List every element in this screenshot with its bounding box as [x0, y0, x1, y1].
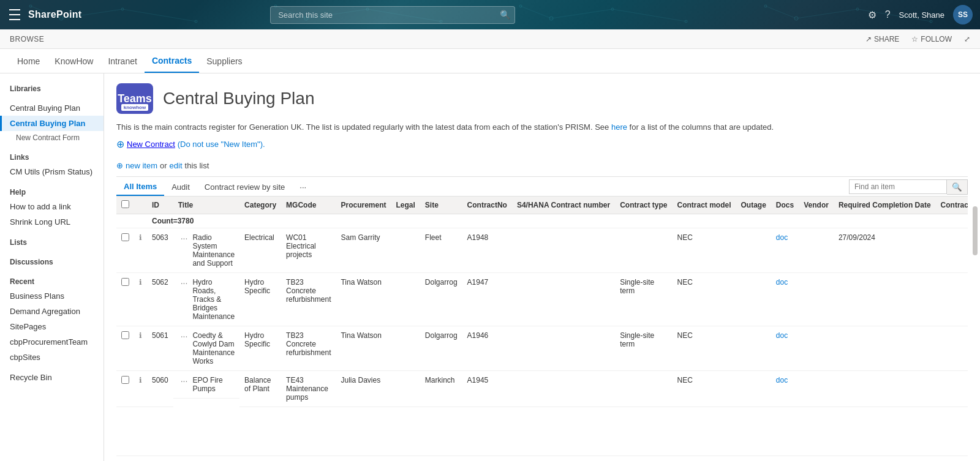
sidebar-item-shrink-url[interactable]: Shrink Long URL: [0, 214, 104, 230]
sidebar-item-business-plans[interactable]: Business Plans: [0, 288, 104, 304]
row-id: 5062: [147, 273, 173, 326]
search-input[interactable]: [270, 6, 515, 24]
nav-knowhow[interactable]: KnowHow: [47, 49, 100, 73]
col-id[interactable]: ID: [147, 197, 173, 214]
row-title: Radio System Maintenance and Support: [192, 233, 235, 268]
waffle-menu[interactable]: [7, 7, 22, 22]
nav-intranet[interactable]: Intranet: [100, 49, 144, 73]
table-row: ℹ 5063 ··· Radio System Maintenance and …: [116, 228, 968, 273]
row-contractno: A1944: [462, 456, 512, 462]
sidebar-item-cbp-procurement[interactable]: cbpProcurementTeam: [0, 334, 104, 350]
sidebar-section-help: Help How to add a link Shrink Long URL: [0, 184, 104, 230]
sidebar-item-cbp-sites[interactable]: cbpSites: [0, 350, 104, 365]
sidebar-item-site-pages[interactable]: SitePages: [0, 319, 104, 334]
new-contract-link[interactable]: New Contract: [127, 140, 175, 149]
table-row: ℹ 5062 ··· Hydro Roads, Tracks & Bridges…: [116, 273, 968, 326]
ellipsis-button[interactable]: ···: [178, 376, 190, 393]
row-checkbox[interactable]: [116, 228, 134, 273]
sidebar-item-central-buying-plan-active[interactable]: Central Buying Plan: [0, 116, 104, 131]
list-toolbar-row: ⊕ new item or edit this list: [116, 157, 968, 177]
row-docs[interactable]: doc: [771, 456, 799, 462]
col-title[interactable]: Title: [173, 197, 239, 214]
row-options[interactable]: ··· Radio System Maintenance and Support: [173, 228, 239, 273]
nav-suppliers[interactable]: Suppliers: [199, 49, 249, 73]
new-contract-button[interactable]: ⊕ New Contract (Do not use "New Item").: [116, 138, 265, 150]
col-category[interactable]: Category: [239, 197, 281, 214]
scrollbar[interactable]: [973, 206, 978, 255]
doc-link[interactable]: doc: [776, 278, 788, 287]
sidebar-item-central-buying-plan[interactable]: Central Buying Plan: [0, 100, 104, 116]
row-checkbox[interactable]: [116, 456, 134, 462]
fullscreen-button[interactable]: ⤢: [964, 35, 970, 43]
row-site: Great Yarmouth: [420, 456, 462, 462]
col-site[interactable]: Site: [420, 197, 462, 214]
sidebar-item-cm-utils[interactable]: CM Utils (Prism Status): [0, 164, 104, 179]
col-contract-start[interactable]: Contract Start: [936, 197, 968, 214]
doc-link[interactable]: doc: [776, 233, 788, 242]
sidebar-item-recycle-bin[interactable]: Recycle Bin: [0, 370, 104, 385]
nav-home[interactable]: Home: [10, 49, 47, 73]
ellipsis-button[interactable]: ···: [178, 331, 190, 365]
row-docs[interactable]: doc: [771, 273, 799, 326]
row-procurement: Julia Davies: [336, 456, 391, 462]
find-item-input[interactable]: [849, 179, 947, 194]
row-checkbox[interactable]: [116, 273, 134, 326]
knowhow-badge: knowhow: [121, 104, 148, 111]
ellipsis-button[interactable]: ···: [178, 233, 190, 243]
share-button[interactable]: ↗ SHARE: [865, 35, 899, 43]
row-title-cell: ··· Coedty & Cowlyd Dam Maintenance Work…: [173, 326, 239, 371]
row-contractno: A1945: [462, 371, 512, 407]
row-vendor: [799, 371, 834, 407]
row-checkbox[interactable]: [116, 371, 134, 407]
col-mgcode[interactable]: MGCode: [281, 197, 336, 214]
new-item-bar: ⊕ new item or edit this list: [116, 157, 209, 174]
settings-icon[interactable]: ⚙: [868, 9, 876, 21]
view-all-items[interactable]: All Items: [116, 178, 164, 196]
col-contracttype[interactable]: Contract type: [615, 197, 672, 214]
count-row: Count=3780: [116, 214, 968, 228]
col-contractmodel[interactable]: Contract model: [673, 197, 736, 214]
info-link[interactable]: here: [611, 122, 627, 132]
view-audit[interactable]: Audit: [164, 179, 197, 195]
row-category: Hydro Specific: [239, 273, 281, 326]
user-avatar[interactable]: SS: [953, 5, 973, 24]
row-mgcode: TB23 Concrete refurbishment: [281, 273, 336, 326]
col-docs[interactable]: Docs: [771, 197, 799, 214]
row-required-date: [834, 371, 936, 407]
col-required-date[interactable]: Required Completion Date: [834, 197, 936, 214]
col-legal[interactable]: Legal: [391, 197, 420, 214]
ellipsis-button[interactable]: ···: [178, 278, 190, 321]
row-contractmodel: NEC: [673, 326, 736, 371]
row-docs[interactable]: doc: [771, 228, 799, 273]
sidebar-section-libraries: Libraries: [0, 81, 104, 96]
doc-link[interactable]: doc: [776, 376, 788, 384]
more-views-button[interactable]: ···: [292, 179, 314, 195]
row-docs[interactable]: doc: [771, 326, 799, 371]
info-text-end: for a list of the columns that are updat…: [630, 122, 774, 132]
col-s4hana[interactable]: S4/HANA Contract number: [512, 197, 615, 214]
col-outage[interactable]: Outage: [736, 197, 771, 214]
find-item-button[interactable]: 🔍: [947, 179, 968, 195]
nav-contracts[interactable]: Contracts: [145, 49, 199, 73]
search-icon[interactable]: 🔍: [500, 10, 510, 20]
find-item-container: 🔍: [843, 179, 968, 195]
teams-logo: Teams knowhow: [116, 83, 153, 114]
select-all-checkbox[interactable]: [121, 200, 129, 208]
new-item-link[interactable]: new item: [126, 161, 157, 170]
col-vendor[interactable]: Vendor: [799, 197, 834, 214]
sidebar-label-lists: Lists: [0, 234, 104, 249]
follow-button[interactable]: ☆ FOLLOW: [911, 35, 952, 43]
star-icon: ☆: [911, 35, 918, 43]
sidebar-item-new-contract-form[interactable]: New Contract Form: [0, 131, 104, 144]
col-procurement[interactable]: Procurement: [336, 197, 391, 214]
col-contractno[interactable]: ContractNo: [462, 197, 512, 214]
doc-link[interactable]: doc: [776, 331, 788, 340]
help-icon[interactable]: ?: [885, 9, 891, 20]
sidebar-item-demand-aggregation[interactable]: Demand Agregation: [0, 304, 104, 319]
row-docs[interactable]: doc: [771, 371, 799, 407]
row-checkbox[interactable]: [116, 326, 134, 371]
edit-link[interactable]: edit: [170, 161, 183, 170]
sidebar-label-libraries: Libraries: [0, 81, 104, 96]
view-contract-review[interactable]: Contract review by site: [197, 179, 293, 195]
sidebar-item-how-to-add[interactable]: How to add a link: [0, 199, 104, 214]
